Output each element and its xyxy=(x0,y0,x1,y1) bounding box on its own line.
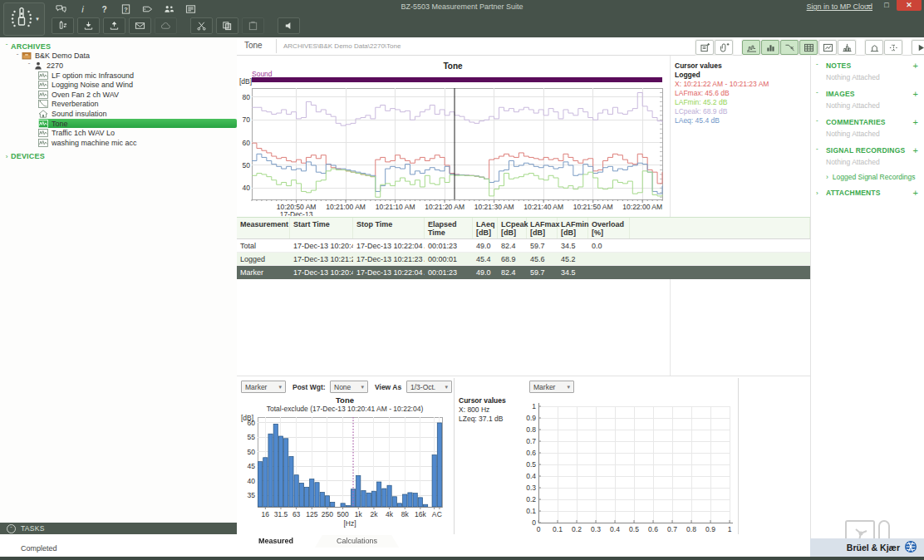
marker-add-button[interactable] xyxy=(865,40,883,55)
table-header-cell[interactable]: LCpeak [dB] xyxy=(498,218,527,238)
marker-edit-button[interactable] xyxy=(884,40,902,55)
spectrum-bar-1k[interactable] xyxy=(356,475,361,507)
chevron-down-icon[interactable]: ˆ xyxy=(816,91,826,98)
spectrum-chart-svg[interactable]: 354045505560[dB]1631.5631252505001k2k4k8… xyxy=(239,414,452,530)
chevron-up-circle-icon[interactable]: ˆ xyxy=(7,524,16,533)
speaker-button[interactable] xyxy=(278,17,300,34)
cloud-button[interactable] xyxy=(155,17,177,34)
users-icon[interactable] xyxy=(163,3,175,14)
section-images[interactable]: ˆIMAGES+ xyxy=(811,84,924,99)
chevron-right-icon[interactable]: › xyxy=(2,153,11,160)
section-signal-recordings[interactable]: ˆSIGNAL RECORDINGS+ xyxy=(811,140,924,155)
add-notes-button[interactable]: + xyxy=(913,62,918,69)
tree-item-sound-insulation[interactable]: Sound insulation xyxy=(38,109,237,119)
add-attachments-button[interactable]: + xyxy=(913,189,918,196)
tree-node-archive[interactable]: ˆ B&K Demo Data xyxy=(0,52,237,61)
spectrum-bar-125[interactable] xyxy=(310,479,314,507)
post-wgt-select[interactable]: None▾ xyxy=(330,381,368,393)
table-row-logged[interactable]: Logged17-Dec-13 10:21:22 AM17-Dec-13 10:… xyxy=(237,253,810,266)
tree-node-devices[interactable]: › DEVICES xyxy=(0,152,237,162)
table-view-button[interactable] xyxy=(799,40,818,55)
chevron-down-icon[interactable]: ˆ xyxy=(816,147,826,155)
view-as-select[interactable]: 1/3-Oct.▾ xyxy=(406,381,452,393)
table-row-marker[interactable]: Marker17-Dec-13 10:20:41 AM17-Dec-13 10:… xyxy=(237,266,810,279)
table-header-cell[interactable]: LAFmax [dB] xyxy=(527,218,558,238)
chart-window-button[interactable] xyxy=(818,40,837,55)
spectrum-bar-250[interactable] xyxy=(325,496,329,507)
spectrum-bar-50[interactable] xyxy=(289,456,293,507)
tree-item-washing-machine-mic-acc[interactable]: washing machine mic acc xyxy=(38,138,237,148)
chevron-right-icon[interactable]: › xyxy=(816,189,826,197)
upload-button[interactable] xyxy=(103,17,125,34)
spectrum-bar-C[interactable] xyxy=(437,423,441,507)
section-commentaries[interactable]: ˆCOMMENTARIES+ xyxy=(811,112,924,127)
spectrum-bar-500[interactable] xyxy=(341,504,345,507)
chevron-down-icon[interactable]: ˆ xyxy=(13,52,22,60)
spectrum-bar-12.5[interactable] xyxy=(258,462,262,507)
feedback-icon[interactable] xyxy=(55,3,67,14)
spectrum-bar-4k[interactable] xyxy=(387,485,391,507)
spectrum-bar-315[interactable] xyxy=(331,502,335,507)
tab-calculations[interactable]: Calculations xyxy=(315,535,399,548)
copy-button[interactable] xyxy=(216,17,238,34)
chevron-down-icon[interactable]: ˆ xyxy=(25,61,33,69)
tree-node-device[interactable]: ˆ 2270 xyxy=(0,61,237,71)
help-icon[interactable]: ? xyxy=(98,3,111,14)
spectrum-bar-160[interactable] xyxy=(315,483,319,507)
section-attachments[interactable]: ›ATTACHMENTS+ xyxy=(811,183,924,198)
spectrum-bar-6.3k[interactable] xyxy=(397,504,401,507)
spectrum-bar-16[interactable] xyxy=(263,458,268,507)
spectrum-bar-3.15k[interactable] xyxy=(382,489,386,507)
email-button[interactable] xyxy=(129,17,151,34)
sound-marker-bar[interactable] xyxy=(252,77,662,82)
spectrum-bar-1.25k[interactable] xyxy=(361,490,366,507)
logged-signal-recordings-link[interactable]: ›Logged Signal Recordings xyxy=(811,169,924,183)
profile-chart-button[interactable] xyxy=(742,40,760,55)
tree-item-lf-option-mic-infrasound[interactable]: LF option mic Infrasound xyxy=(38,71,237,81)
download-button[interactable] xyxy=(77,17,100,34)
tree-item-logging-noise-and-wind[interactable]: Logging Noise and Wind xyxy=(38,80,237,90)
tag-icon[interactable] xyxy=(141,3,154,14)
spectrum-bar-20[interactable] xyxy=(268,434,273,507)
spectrum-bar-25[interactable] xyxy=(273,424,278,507)
spectrum-bar-8k[interactable] xyxy=(403,494,407,507)
table-header-cell[interactable]: LAFmin [dB] xyxy=(558,218,588,238)
news-icon[interactable] xyxy=(184,3,197,14)
minimize-icon[interactable]: – xyxy=(860,0,877,11)
restore-icon[interactable]: □ xyxy=(878,0,895,11)
add-images-button[interactable]: + xyxy=(913,91,918,97)
spectrum-bar-200[interactable] xyxy=(320,493,324,507)
table-header-cell[interactable]: Start Time xyxy=(290,218,353,238)
table-row-total[interactable]: Total17-Dec-13 10:20:41 AM17-Dec-13 10:2… xyxy=(237,239,810,253)
tree-item-reverberation[interactable]: Reverberation xyxy=(38,100,237,110)
chevron-down-icon[interactable]: ˆ xyxy=(816,62,826,70)
play-button[interactable] xyxy=(912,40,924,55)
add-signal-recordings-button[interactable]: + xyxy=(913,147,918,154)
tree-item-oven-fan-2-ch-wav[interactable]: Oven Fan 2 ch WAV xyxy=(38,90,237,100)
spectrum-bar-31.5[interactable] xyxy=(278,436,283,507)
add-note-button[interactable] xyxy=(695,40,714,55)
table-header-cell[interactable]: Stop Time xyxy=(353,218,425,238)
spectrum-bar-1.6k[interactable] xyxy=(366,493,371,507)
section-notes[interactable]: ˆNOTES+ xyxy=(811,56,924,71)
spectrum-bar-2k[interactable] xyxy=(371,491,376,507)
info-icon[interactable]: i xyxy=(76,3,89,14)
tasks-bar[interactable]: ˆ TASKS xyxy=(0,523,237,534)
spectrum-bar-10k[interactable] xyxy=(408,493,412,507)
tree-item-tone[interactable]: Tone xyxy=(38,119,237,129)
add-commentaries-button[interactable]: + xyxy=(913,119,918,125)
spectrum-bar-2.5k[interactable] xyxy=(377,482,381,507)
tree-item-traffic-1ch-wav-lo[interactable]: Traffic 1ch WAV Lo xyxy=(38,128,237,138)
spectrum-bar-100[interactable] xyxy=(304,487,308,507)
spectrum-bar-16k[interactable] xyxy=(418,498,422,507)
profile-chart-svg[interactable]: 4050607080[dB]10:20:50 AM10:21:00 AM10:2… xyxy=(239,76,669,216)
close-icon[interactable]: ✕ xyxy=(897,0,922,11)
spectrum-bar-40[interactable] xyxy=(284,439,288,507)
tab-tone[interactable]: Tone xyxy=(244,41,263,50)
marker-select[interactable]: Marker▾ xyxy=(241,381,286,393)
bar-chart-button[interactable] xyxy=(761,40,779,55)
marker-select-2[interactable]: Marker▾ xyxy=(529,381,574,393)
tree-node-archives[interactable]: ˆ ARCHIVES xyxy=(0,42,237,52)
spectrum-bar-80[interactable] xyxy=(299,483,303,507)
app-logo-menu[interactable]: ▾ xyxy=(3,2,45,36)
